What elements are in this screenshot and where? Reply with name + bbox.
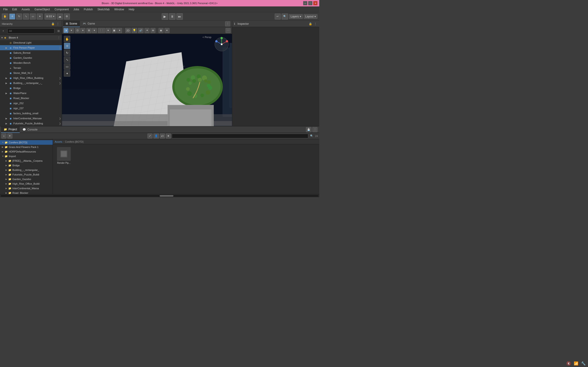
tree-item-sign237[interactable]: ◼ sign_237	[0, 106, 62, 111]
pause-button[interactable]: ⏸	[169, 13, 175, 20]
proj-item-import[interactable]: ▼ 📁 Import	[0, 154, 52, 158]
tree-item-directional-light[interactable]: ◎ Directional Light	[0, 40, 62, 45]
rotate-gizmo-button[interactable]: ↻	[64, 50, 70, 56]
proj-item-atlanta-import[interactable]: ▶ 📁 [FREE]__Atlanta,_Corpera	[0, 158, 52, 163]
menu-window[interactable]: Window	[112, 7, 127, 11]
snap-arrow[interactable]: ▾	[106, 28, 111, 33]
pan-gizmo-button[interactable]: ✋	[64, 36, 70, 42]
rotate-tool[interactable]: ↻	[16, 14, 22, 19]
menu-file[interactable]: File	[1, 7, 10, 11]
rect-tool[interactable]: ▭	[30, 14, 36, 19]
proj-item-bridge-import[interactable]: ▶ 📁 Bridge	[0, 163, 52, 168]
tree-item-wooden-bench[interactable]: ◼ Wooden Bench	[0, 60, 62, 65]
menu-edit[interactable]: Edit	[10, 7, 19, 11]
tree-item-factory[interactable]: ◼ factory_building_small	[0, 111, 62, 116]
project-maximize-button[interactable]: ⤢	[147, 133, 153, 139]
asset-render-pipeline[interactable]: Render Pip...	[55, 146, 73, 165]
project-tree[interactable]: ▼ 📁 Conifers [BOTD] ▶ 📁 Grass And Flower…	[0, 139, 53, 194]
project-tag-button[interactable]: 🏷	[160, 133, 165, 139]
breadcrumb-root[interactable]: Assets	[55, 140, 62, 143]
gizmos-arrow[interactable]: ▾	[164, 28, 170, 33]
proj-item-roadblocker-import[interactable]: ▶ 📁 Road_Blocker	[0, 191, 52, 194]
tree-item-road-blocker[interactable]: ◼ Road_Blocker	[0, 96, 62, 101]
menu-gameobject[interactable]: GameObject	[32, 7, 52, 11]
combined-gizmo-button[interactable]: ✦	[64, 70, 70, 77]
layout-dropdown[interactable]: Layout ▾	[304, 14, 317, 19]
pivot-button[interactable]: ⊞ EE ▾	[44, 14, 56, 19]
menu-component[interactable]: Component	[52, 7, 71, 11]
tree-item-futuristic[interactable]: ▶ ◼ Futuristic_Puzzle_Building ❯	[0, 121, 62, 126]
project-add-button[interactable]: +	[1, 133, 6, 139]
audio-button[interactable]: 🔊	[138, 28, 144, 33]
2d-button[interactable]: 2D	[125, 28, 131, 33]
bottom-scrollbar[interactable]	[0, 194, 319, 197]
step-button[interactable]: ⏭	[176, 13, 183, 20]
tree-item-garden-gazebo[interactable]: ◼ Garden_Gazebo	[0, 55, 62, 60]
proj-item-highrise-import[interactable]: ▶ 📁 High_Rise_Office_Buildi	[0, 181, 52, 186]
grid-button[interactable]: ⊞	[86, 28, 91, 33]
scene-more-button[interactable]: ⋮	[225, 21, 230, 26]
visibility-button[interactable]: 👁	[150, 28, 156, 33]
tab-project[interactable]: 📁 Project	[1, 126, 20, 133]
tree-item-terrain[interactable]: ▲ Terrain	[0, 65, 62, 70]
gizmos-button[interactable]: ◉	[158, 28, 164, 33]
shaded-arrow[interactable]: ▾	[69, 28, 74, 33]
tree-item-stone-wall[interactable]: ◼ Stone_Wall_Nr.2	[0, 70, 62, 75]
inspector-more-button[interactable]: ⋮	[313, 22, 317, 26]
bottom-more-button[interactable]: ⋮	[312, 127, 317, 132]
proj-item-gazebo-import[interactable]: ▶ 📁 Garden_Gazebo	[0, 177, 52, 181]
settings-button[interactable]: ⚙	[64, 14, 70, 19]
search-button[interactable]: 🔍	[282, 14, 288, 19]
tree-item-sign252[interactable]: ◼ sign_252	[0, 101, 62, 106]
bottom-save-button[interactable]: 💾	[306, 127, 311, 132]
combined-tool[interactable]: ✦	[37, 14, 43, 19]
minimize-button[interactable]: ─	[303, 1, 307, 5]
tree-item-sakura-bonsai[interactable]: ◼ Sakura_Bonsai	[0, 50, 62, 55]
play-button[interactable]: ▶	[162, 13, 168, 20]
hierarchy-add-button[interactable]: +	[1, 29, 5, 33]
menu-sketchfab[interactable]: Sketchfab	[95, 7, 112, 11]
scrollbar-track[interactable]	[1, 195, 318, 197]
undo-button[interactable]: ↩	[275, 14, 281, 19]
menu-help[interactable]: Help	[126, 7, 137, 11]
snap-button[interactable]: ⋮⋮	[98, 28, 105, 33]
proj-item-futuristic-import[interactable]: ▶ 📁 Futuristic_Puzzle_Buildi	[0, 172, 52, 177]
layers-dropdown[interactable]: Layers ▾	[289, 14, 303, 19]
scene-view[interactable]: ✋ ✛ ↻ ⤡ ▭ ✦ < Persp	[62, 34, 232, 126]
hierarchy-root[interactable]: ▼ ◈ Bloom 4 ⋮	[0, 35, 62, 40]
hierarchy-filter-button[interactable]: ⊞	[57, 29, 61, 33]
tree-item-waterplane[interactable]: ▶ ◼ WaterPlane	[0, 91, 62, 96]
proj-item-intercont-import[interactable]: ▶ 📁 InterContinental_Warsa	[0, 186, 52, 191]
project-more-button[interactable]: ▾	[7, 133, 12, 139]
hierarchy-more-button[interactable]: ⋮	[56, 22, 60, 26]
scene-options[interactable]: ⋯	[225, 28, 231, 33]
tree-item-bridge[interactable]: ◼ Bridge	[0, 85, 62, 91]
move-tool[interactable]: ✛	[9, 14, 15, 19]
gizmo-compass[interactable]	[214, 36, 230, 52]
inspector-lock-button[interactable]: 🔒	[308, 22, 312, 26]
tab-scene[interactable]: ⊞ Scene	[63, 21, 80, 27]
menu-publish[interactable]: Publish	[82, 7, 95, 11]
fx-button[interactable]: ✦	[145, 28, 149, 33]
lighting-button[interactable]: 💡	[132, 28, 137, 33]
close-button[interactable]: ✕	[313, 1, 317, 5]
tab-console[interactable]: 💬 Console	[20, 126, 40, 133]
tree-item-intercontinental[interactable]: ▶ ◼ InterContinental_Warsaw ❯	[0, 116, 62, 121]
proj-item-building-import[interactable]: ▶ 📁 Building_-_rectangular_	[0, 168, 52, 172]
hierarchy-search-input[interactable]	[7, 28, 54, 33]
move-gizmo-button[interactable]: ✛	[64, 43, 70, 49]
grid-arrow[interactable]: ▾	[92, 28, 97, 33]
tree-item-high-rise[interactable]: ▶ ◼ High_Rise_Office_Building ❯	[0, 75, 62, 81]
overlay-arrow[interactable]: ▾	[80, 28, 86, 33]
tab-game[interactable]: 🎮 Game	[80, 21, 98, 27]
project-filter-button[interactable]: 👤	[153, 133, 159, 139]
render-arrow[interactable]: ▾	[117, 28, 122, 33]
root-more[interactable]: ⋮	[57, 36, 62, 40]
project-search-input[interactable]	[172, 134, 308, 138]
maximize-button[interactable]: □	[308, 1, 312, 5]
proj-item-hdrp[interactable]: ▶ 📁 HDRPDefaultResources	[0, 149, 52, 154]
hand-tool[interactable]: ✋	[2, 14, 8, 19]
overlay-button[interactable]: ⊡	[75, 28, 80, 33]
scale-gizmo-button[interactable]: ⤡	[64, 56, 70, 63]
tree-item-first-person-player[interactable]: ▶ ◼ First Person Player ❯	[0, 45, 62, 50]
